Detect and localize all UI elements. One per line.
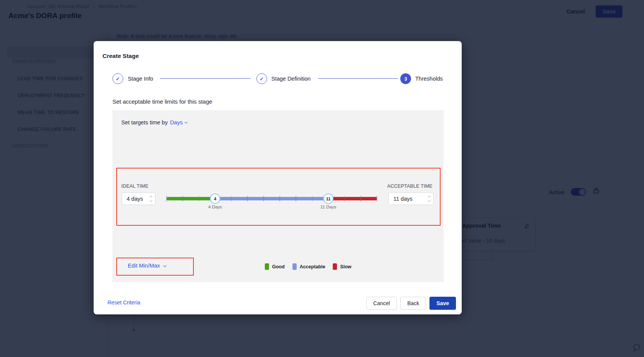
- step-3-number: 3: [404, 76, 407, 82]
- legend-item-good: Good: [265, 263, 285, 270]
- slider-tick: [182, 196, 183, 202]
- check-icon: ✓: [116, 76, 120, 82]
- acceptable-swatch: [292, 263, 297, 270]
- legend-item-acceptable: Acceptable: [292, 263, 325, 270]
- ideal-time-value: 4 days: [127, 196, 148, 202]
- slider-tick: [231, 196, 232, 202]
- slow-swatch: [333, 263, 337, 270]
- modal-cancel-button[interactable]: Cancel: [367, 297, 397, 310]
- slider-lower-handle-value: 4: [214, 197, 216, 201]
- modal-footer: Cancel Back Save: [367, 297, 456, 310]
- slider-tick: [344, 196, 345, 202]
- slider-segment-good: [167, 197, 215, 200]
- acceptable-time-value: 11 days: [393, 196, 426, 202]
- step-3-label: Thresholds: [415, 76, 443, 82]
- modal-subtitle: Set acceptable time limits for this stag…: [112, 98, 212, 105]
- modal-back-button[interactable]: Back: [400, 297, 426, 310]
- slider-bar[interactable]: [167, 197, 377, 200]
- slider-tick: [199, 196, 200, 202]
- stepper-connector-1: [160, 78, 251, 79]
- slider-upper-handle-value: 11: [326, 197, 331, 201]
- ideal-time-input[interactable]: 4 days: [122, 192, 155, 205]
- step-2-stage-definition-circle[interactable]: ✓: [256, 73, 267, 84]
- modal-title: Create Stage: [102, 53, 139, 60]
- chevron-up-icon[interactable]: [150, 195, 152, 198]
- legend: GoodAcceptableSlow: [265, 263, 352, 270]
- slider-upper-label: 11 Days: [320, 205, 336, 209]
- legend-label: Good: [272, 264, 285, 269]
- chevron-down-icon: [163, 263, 167, 267]
- step-3-thresholds-circle: 3: [400, 73, 411, 84]
- reset-criteria-link[interactable]: Reset Criteria: [107, 299, 140, 306]
- slider-tick: [296, 196, 296, 202]
- slider-upper-handle[interactable]: 11: [323, 193, 334, 204]
- acceptable-time-stepper[interactable]: [426, 196, 430, 202]
- slider-segment-slow: [329, 197, 377, 200]
- ideal-time-stepper[interactable]: [148, 196, 152, 202]
- acceptable-time-label: ACCEPTABLE TIME: [387, 183, 433, 189]
- slider-tick: [263, 196, 264, 202]
- legend-label: Acceptable: [300, 264, 325, 269]
- chevron-down-icon[interactable]: [185, 120, 188, 123]
- edit-minmax-button[interactable]: Edit Min/Max: [128, 263, 166, 269]
- slider-tick: [376, 196, 377, 202]
- create-stage-modal: Create Stage ✓ Stage Info ✓ Stage Defini…: [94, 41, 462, 314]
- acceptable-time-input[interactable]: 11 days: [388, 192, 434, 205]
- legend-label: Slow: [340, 264, 351, 269]
- slider-lower-label: 4 Days: [208, 205, 222, 209]
- stepper-connector-2: [318, 78, 398, 79]
- slider-tick: [279, 196, 280, 202]
- set-targets-prefix: Set targets time by: [121, 119, 168, 126]
- good-swatch: [265, 263, 269, 270]
- modal-save-button[interactable]: Save: [429, 297, 456, 310]
- chevron-down-icon[interactable]: [428, 199, 431, 202]
- ideal-time-label: IDEAL TIME: [121, 183, 149, 189]
- time-unit-dropdown[interactable]: Days: [170, 119, 183, 126]
- slider-tick: [247, 196, 248, 202]
- step-2-label: Stage Definition: [271, 76, 310, 82]
- step-1-label: Stage Info: [128, 76, 153, 82]
- step-1-stage-info-circle[interactable]: ✓: [112, 73, 123, 84]
- slider-tick: [166, 196, 167, 202]
- slider: 4 11 4 Days 11 Days: [167, 194, 377, 210]
- check-icon: ✓: [260, 76, 264, 82]
- set-targets-row: Set targets time by Days: [121, 119, 187, 126]
- slider-segment-acceptable: [215, 197, 328, 200]
- edit-minmax-label: Edit Min/Max: [128, 263, 160, 269]
- chevron-up-icon[interactable]: [428, 195, 431, 198]
- chevron-down-icon[interactable]: [150, 199, 152, 202]
- slider-lower-handle[interactable]: 4: [210, 193, 220, 204]
- slider-tick: [360, 196, 361, 202]
- app-root: Account: SEI-Internal-Prod2 › Workflow P…: [0, 0, 644, 357]
- slider-tick: [312, 196, 313, 202]
- legend-item-slow: Slow: [333, 263, 351, 270]
